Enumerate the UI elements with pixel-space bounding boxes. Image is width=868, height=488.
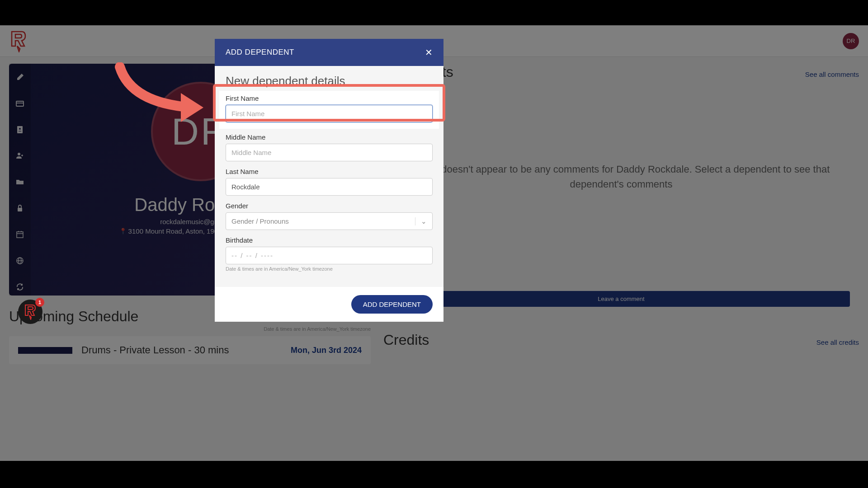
gender-label: Gender bbox=[226, 202, 433, 210]
modal-header: ADD DEPENDENT ✕ bbox=[215, 39, 443, 66]
middle-name-group: Middle Name bbox=[226, 133, 433, 161]
modal-body: New dependent details First Name Middle … bbox=[215, 66, 443, 287]
first-name-group: First Name bbox=[219, 91, 439, 129]
last-name-label: Last Name bbox=[226, 168, 433, 175]
floating-help-badge[interactable]: 1 bbox=[18, 300, 45, 327]
last-name-group: Last Name bbox=[226, 168, 433, 196]
chevron-down-icon: ⌄ bbox=[415, 217, 427, 225]
birthdate-label: Birthdate bbox=[226, 236, 433, 244]
last-name-input[interactable] bbox=[226, 178, 433, 196]
first-name-input[interactable] bbox=[226, 105, 433, 122]
notification-badge: 1 bbox=[35, 298, 44, 307]
first-name-label: First Name bbox=[226, 94, 433, 102]
gender-placeholder: Gender / Pronouns bbox=[231, 217, 289, 225]
modal-subtitle: New dependent details bbox=[226, 74, 433, 88]
birthdate-input[interactable]: -- / -- / ---- bbox=[226, 247, 433, 264]
gender-select[interactable]: Gender / Pronouns ⌄ bbox=[226, 212, 433, 230]
middle-name-label: Middle Name bbox=[226, 133, 433, 141]
add-dependent-button[interactable]: ADD DEPENDENT bbox=[351, 295, 433, 314]
add-dependent-modal: ADD DEPENDENT ✕ New dependent details Fi… bbox=[215, 39, 443, 322]
modal-footer: ADD DEPENDENT bbox=[215, 287, 443, 322]
help-logo-icon bbox=[24, 304, 37, 320]
modal-timezone-note: Date & times are in America/New_York tim… bbox=[226, 266, 433, 272]
gender-group: Gender Gender / Pronouns ⌄ bbox=[226, 202, 433, 230]
modal-title: ADD DEPENDENT bbox=[226, 48, 294, 57]
close-button[interactable]: ✕ bbox=[425, 47, 433, 58]
middle-name-input[interactable] bbox=[226, 144, 433, 161]
birthdate-group: Birthdate -- / -- / ---- Date & times ar… bbox=[226, 236, 433, 272]
